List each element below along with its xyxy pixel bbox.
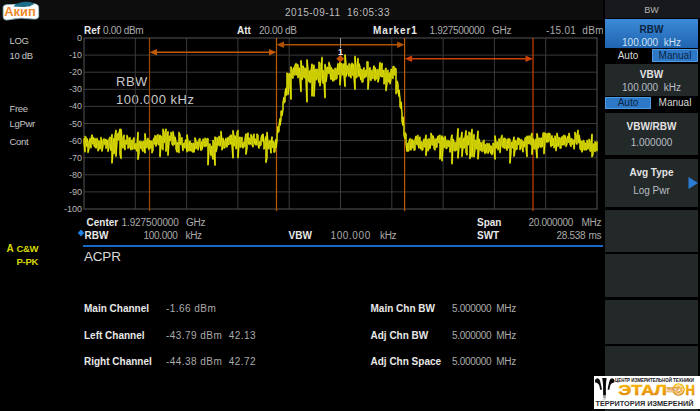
svg-text:ЭТАЛ: ЭТАЛ (619, 382, 668, 398)
svg-text:Н: Н (686, 382, 696, 398)
svg-text:ПРИБОР: ПРИБОР (667, 388, 680, 392)
svg-text:ТЕРРИТОРИЯ ИЗМЕРЕНИЙ: ТЕРРИТОРИЯ ИЗМЕРЕНИЙ (596, 399, 694, 407)
svg-text:1: 1 (338, 47, 343, 57)
svg-text:Акип: Акип (4, 5, 36, 19)
